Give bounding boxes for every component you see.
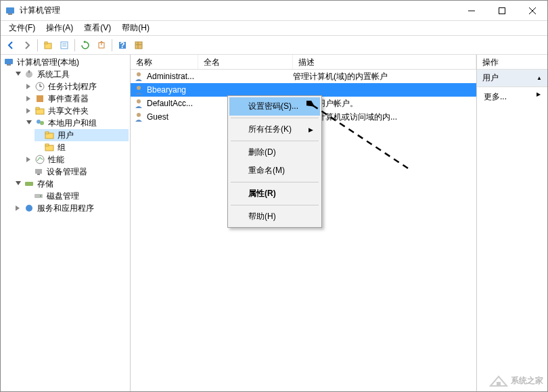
cell-name: Guest xyxy=(147,112,168,122)
cm-set-password[interactable]: 设置密码(S)... xyxy=(229,97,320,116)
toolbar-separator xyxy=(37,39,38,51)
menu-view[interactable]: 查看(V) xyxy=(78,21,116,35)
col-desc[interactable]: 描述 xyxy=(293,55,476,69)
svg-rect-34 xyxy=(35,169,42,174)
tree-eventviewer[interactable]: 事件查看器 xyxy=(24,93,129,105)
svg-point-41 xyxy=(137,86,141,90)
cm-help[interactable]: 帮助(H) xyxy=(229,207,320,226)
collapse-icon: ▲ xyxy=(536,75,542,81)
tree-storage[interactable]: 存储 xyxy=(13,178,129,190)
tree-devmgr[interactable]: 设备管理器 xyxy=(24,166,129,178)
help-toolbar-button[interactable]: ? xyxy=(115,38,130,53)
users-icon xyxy=(35,118,45,128)
expander-icon[interactable] xyxy=(25,107,33,115)
expander-icon[interactable] xyxy=(25,119,33,127)
cell-desc: 管理计算机(域)的内置帐户 xyxy=(293,71,476,82)
tree-perf[interactable]: 性能 xyxy=(24,153,129,166)
tools-icon xyxy=(24,69,35,80)
user-icon xyxy=(133,112,144,122)
refresh-button[interactable] xyxy=(78,38,93,53)
svg-rect-26 xyxy=(36,107,39,109)
cell-name: Administrat... xyxy=(147,72,194,81)
tree-sharedfolders[interactable]: 共享文件夹 xyxy=(24,105,129,117)
col-fullname[interactable]: 全名 xyxy=(198,55,293,69)
expander-icon[interactable] xyxy=(14,180,22,188)
svg-rect-3 xyxy=(499,7,505,14)
tree-label: 存储 xyxy=(37,178,53,190)
svg-point-28 xyxy=(40,121,44,125)
expander-icon[interactable] xyxy=(14,204,22,212)
svg-rect-24 xyxy=(37,95,43,102)
up-button[interactable] xyxy=(41,38,55,53)
tree-root[interactable]: 计算机管理(本地) xyxy=(2,56,129,68)
expander-icon[interactable] xyxy=(14,70,22,78)
title-bar: 计算机管理 xyxy=(1,1,547,21)
context-menu: 设置密码(S)... 所有任务(K)▶ 删除(D) 重命名(M) 属性(R) 帮… xyxy=(227,95,322,228)
tree-users[interactable]: 用户 xyxy=(35,129,129,141)
forward-button[interactable] xyxy=(20,38,35,53)
tree-systools[interactable]: 系统工具 xyxy=(13,68,129,80)
svg-rect-18 xyxy=(7,64,11,66)
tree-label: 共享文件夹 xyxy=(48,105,89,117)
toolbar: ? xyxy=(1,36,547,55)
svg-rect-20 xyxy=(28,70,30,73)
tree-localusers[interactable]: 本地用户和组 xyxy=(24,117,129,129)
expander-icon[interactable] xyxy=(25,95,33,103)
back-button[interactable] xyxy=(3,38,18,53)
export-button[interactable] xyxy=(94,38,109,53)
actions-more-label: 更多... xyxy=(484,92,507,101)
computer-icon xyxy=(3,57,14,68)
user-icon xyxy=(133,71,144,82)
cm-label: 删除(D) xyxy=(248,147,276,158)
actions-pane: 操作 用户 ▲ 更多... ▶ xyxy=(477,55,547,391)
event-icon xyxy=(35,93,45,104)
tree-label: 性能 xyxy=(48,154,64,166)
svg-rect-32 xyxy=(45,144,49,146)
device-icon xyxy=(33,166,44,177)
tree-taskscheduler[interactable]: 任务计划程序 xyxy=(24,80,129,93)
view-toolbar-button[interactable] xyxy=(131,38,146,53)
cm-rename[interactable]: 重命名(M) xyxy=(229,162,320,180)
tree-diskmgmt[interactable]: 磁盘管理 xyxy=(24,190,129,202)
folder-icon xyxy=(44,130,55,141)
actions-section[interactable]: 用户 ▲ xyxy=(477,70,547,87)
list-row[interactable]: Administrat... 管理计算机(域)的内置帐户 xyxy=(131,70,476,83)
folder-icon xyxy=(44,142,55,153)
tree-label: 任务计划程序 xyxy=(48,81,97,93)
cm-delete[interactable]: 删除(D) xyxy=(229,143,320,162)
window-buttons xyxy=(456,1,547,21)
properties-button[interactable] xyxy=(57,38,72,53)
cm-properties[interactable]: 属性(R) xyxy=(229,185,320,203)
menu-help[interactable]: 帮助(H) xyxy=(116,21,155,35)
tree-label: 本地用户和组 xyxy=(48,118,97,129)
svg-rect-17 xyxy=(5,59,13,64)
tree-label: 服务和应用程序 xyxy=(37,203,94,214)
tree-label: 计算机管理(本地) xyxy=(17,57,79,68)
actions-header: 操作 xyxy=(477,55,547,70)
menu-action[interactable]: 操作(A) xyxy=(41,21,78,35)
col-name[interactable]: 名称 xyxy=(131,55,198,69)
svg-rect-35 xyxy=(37,174,40,175)
actions-more[interactable]: 更多... ▶ xyxy=(477,87,547,107)
user-icon xyxy=(133,98,144,109)
svg-text:?: ? xyxy=(120,41,124,50)
cell-name: Bbearyang xyxy=(147,85,186,95)
user-icon xyxy=(133,84,144,95)
minimize-button[interactable] xyxy=(456,1,486,21)
tree-services[interactable]: 服务和应用程序 xyxy=(13,202,129,214)
svg-rect-14 xyxy=(135,42,142,49)
list-row[interactable]: Bbearyang xyxy=(131,83,476,97)
expander-icon[interactable] xyxy=(25,82,33,91)
expander-icon[interactable] xyxy=(25,155,33,164)
cell-name: DefaultAcc... xyxy=(147,99,193,108)
perf-icon xyxy=(35,154,45,165)
svg-point-40 xyxy=(137,72,141,76)
svg-point-42 xyxy=(137,99,141,103)
menu-file[interactable]: 文件(F) xyxy=(3,21,41,35)
clock-icon xyxy=(35,81,45,92)
cm-all-tasks[interactable]: 所有任务(K)▶ xyxy=(229,120,320,139)
maximize-button[interactable] xyxy=(486,1,517,21)
close-button[interactable] xyxy=(517,1,547,21)
svg-point-38 xyxy=(40,195,41,197)
tree-groups[interactable]: 组 xyxy=(35,141,129,153)
